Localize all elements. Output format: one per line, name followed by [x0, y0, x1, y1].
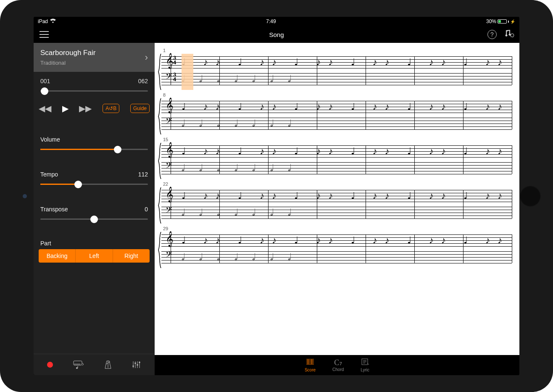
- transpose-section: Transpose 0: [34, 202, 155, 228]
- chord-icon: C₇: [334, 359, 342, 366]
- tempo-label: Tempo: [40, 171, 58, 178]
- tab-lyric-label: Lyric: [361, 368, 369, 372]
- tab-chord-label: Chord: [332, 367, 344, 372]
- app-header: Song ?: [34, 26, 519, 43]
- score-icon: [306, 358, 314, 367]
- lyric-icon: [361, 358, 369, 367]
- measure-number: 15: [163, 137, 512, 142]
- volume-label: Volume: [40, 136, 60, 143]
- song-title: Scarborough Fair: [40, 49, 95, 57]
- position-section: 001 062: [34, 72, 155, 97]
- part-label: Part: [39, 240, 150, 247]
- treble-clef-icon: 𝄞: [166, 98, 174, 112]
- part-segmented: Backing Left Right: [39, 249, 150, 263]
- clock: 7:49: [266, 18, 276, 24]
- sidebar-toolbar: [34, 354, 155, 375]
- notes: ♩ ♪♪ ♩ ♪♪ ♩ ♪♪ ♩ ♪♪ ♩ ♪♪ ♩ ♪♪ ♩: [182, 187, 510, 204]
- bass-staff: 𝄢𝅗𝅥 𝅗𝅥 𝅗𝅥 𝅗𝅥 𝅗𝅥 𝅗𝅥 𝅗𝅥: [161, 249, 512, 266]
- help-button[interactable]: ?: [487, 30, 497, 39]
- song-card[interactable]: Scarborough Fair Traditional ›: [34, 43, 155, 72]
- ab-repeat-button[interactable]: A↺B: [103, 104, 119, 113]
- treble-staff: 𝄞♩ ♪♪ ♩ ♪♪ ♩ ♪♪ ♩ ♪♪ ♩ ♪♪ ♩ ♪♪ ♩: [161, 143, 512, 160]
- wifi-icon: [50, 18, 56, 24]
- settings-button[interactable]: [504, 29, 514, 40]
- tempo-slider[interactable]: [40, 184, 148, 185]
- battery-indicator: 30% ⚡: [486, 18, 515, 24]
- treble-staff: 𝄞♩ ♪♪ ♩ ♪♪ ♩ ♪♪ ♩ ♪♪ ♩ ♪♪ ♩ ♪♪ ♩: [161, 98, 512, 115]
- view-tabs: Score C₇ Chord Lyric: [155, 355, 519, 375]
- rewind-button[interactable]: ◀◀: [39, 103, 51, 113]
- score-view[interactable]: 1𝄞34♩ ♪♪ ♩ ♪♪ ♩ ♪♪ ♩ ♪♪ ♩ ♪♪ ♩ ♪♪ ♩𝄢34𝅗𝅥…: [155, 43, 519, 355]
- tab-lyric[interactable]: Lyric: [361, 358, 369, 372]
- volume-slider[interactable]: [40, 149, 148, 150]
- device-label: iPad: [38, 18, 48, 24]
- svg-point-2: [76, 367, 78, 369]
- brace-icon: [158, 187, 161, 221]
- brace-icon: [158, 98, 161, 132]
- notes: ♩ ♪♪ ♩ ♪♪ ♩ ♪♪ ♩ ♪♪ ♩ ♪♪ ♩ ♪♪ ♩: [182, 54, 510, 71]
- part-right[interactable]: Right: [113, 249, 150, 263]
- bass-staff: 𝄢𝅗𝅥 𝅗𝅥 𝅗𝅥 𝅗𝅥 𝅗𝅥 𝅗𝅥 𝅗𝅥: [161, 160, 512, 176]
- page-title: Song: [269, 31, 284, 38]
- tab-chord[interactable]: C₇ Chord: [332, 359, 344, 372]
- measure-number: 22: [163, 182, 512, 187]
- tempo-value: 112: [138, 171, 148, 178]
- volume-section: Volume: [34, 132, 155, 158]
- treble-clef-icon: 𝄞: [166, 187, 174, 201]
- content: 1𝄞34♩ ♪♪ ♩ ♪♪ ♩ ♪♪ ♩ ♪♪ ♩ ♪♪ ♩ ♪♪ ♩𝄢34𝅗𝅥…: [155, 43, 519, 375]
- battery-pct: 30%: [486, 18, 496, 24]
- staff-system: 1𝄞34♩ ♪♪ ♩ ♪♪ ♩ ♪♪ ♩ ♪♪ ♩ ♪♪ ♩ ♪♪ ♩𝄢34𝅗𝅥…: [158, 48, 512, 87]
- treble-clef-icon: 𝄞: [166, 143, 174, 156]
- brace-icon: [158, 54, 161, 87]
- tab-score[interactable]: Score: [305, 358, 316, 372]
- position-total: 062: [138, 78, 148, 84]
- treble-staff: 𝄞♩ ♪♪ ♩ ♪♪ ♩ ♪♪ ♩ ♪♪ ♩ ♪♪ ♩ ♪♪ ♩: [161, 187, 512, 204]
- record-button[interactable]: [47, 362, 53, 368]
- transpose-label: Transpose: [40, 206, 68, 213]
- mixer-button[interactable]: [132, 360, 141, 369]
- staff-system: 15𝄞♩ ♪♪ ♩ ♪♪ ♩ ♪♪ ♩ ♪♪ ♩ ♪♪ ♩ ♪♪ ♩𝄢𝅗𝅥 𝅗𝅥…: [158, 137, 512, 176]
- position-slider[interactable]: [40, 90, 148, 92]
- treble-clef-icon: 𝄞: [166, 232, 174, 245]
- notes: ♩ ♪♪ ♩ ♪♪ ♩ ♪♪ ♩ ♪♪ ♩ ♪♪ ♩ ♪♪ ♩: [182, 143, 510, 160]
- transpose-value: 0: [145, 206, 148, 213]
- svg-rect-6: [139, 362, 140, 363]
- svg-rect-4: [135, 363, 136, 364]
- charging-icon: ⚡: [510, 19, 515, 24]
- part-left[interactable]: Left: [76, 249, 113, 263]
- part-backing[interactable]: Backing: [39, 249, 76, 263]
- staff-system: 8𝄞♩ ♪♪ ♩ ♪♪ ♩ ♪♪ ♩ ♪♪ ♩ ♪♪ ♩ ♪♪ ♩𝄢𝅗𝅥 𝅗𝅥 …: [158, 92, 512, 132]
- treble-staff: 𝄞34♩ ♪♪ ♩ ♪♪ ♩ ♪♪ ♩ ♪♪ ♩ ♪♪ ♩ ♪♪ ♩: [161, 54, 512, 71]
- screen: iPad 7:49 30% ⚡ Song ?: [34, 17, 519, 375]
- notes: 𝅗𝅥 𝅗𝅥 𝅗𝅥 𝅗𝅥 𝅗𝅥 𝅗𝅥 𝅗𝅥: [182, 115, 510, 132]
- song-subtitle: Traditional: [40, 60, 95, 66]
- svg-rect-5: [137, 364, 138, 366]
- main: Scarborough Fair Traditional › 001 062: [34, 43, 519, 375]
- staff-system: 29𝄞♩ ♪♪ ♩ ♪♪ ♩ ♪♪ ♩ ♪♪ ♩ ♪♪ ♩ ♪♪ ♩𝄢𝅗𝅥 𝅗𝅥…: [158, 226, 512, 266]
- treble-clef-icon: 𝄞: [166, 54, 174, 67]
- menu-button[interactable]: [34, 31, 55, 38]
- guide-button[interactable]: Guide: [130, 104, 150, 113]
- notes: 𝅗𝅥 𝅗𝅥 𝅗𝅥 𝅗𝅥 𝅗𝅥 𝅗𝅥 𝅗𝅥: [182, 249, 510, 266]
- home-button[interactable]: [519, 185, 541, 207]
- chevron-right-icon: ›: [145, 52, 148, 63]
- metronome-button[interactable]: [104, 360, 112, 369]
- instrument-button[interactable]: [73, 360, 84, 369]
- play-button[interactable]: ▶: [62, 103, 68, 113]
- forward-button[interactable]: ▶▶: [79, 103, 92, 113]
- notes: 𝅗𝅥 𝅗𝅥 𝅗𝅥 𝅗𝅥 𝅗𝅥 𝅗𝅥 𝅗𝅥: [182, 204, 510, 221]
- brace-icon: [158, 232, 161, 266]
- svg-rect-3: [133, 366, 134, 367]
- measure-number: 1: [163, 48, 512, 53]
- time-signature: 34: [173, 55, 176, 65]
- notes: ♩ ♪♪ ♩ ♪♪ ♩ ♪♪ ♩ ♪♪ ♩ ♪♪ ♩ ♪♪ ♩: [182, 98, 510, 115]
- measure-number: 29: [163, 226, 512, 231]
- notes: ♩ ♪♪ ♩ ♪♪ ♩ ♪♪ ♩ ♪♪ ♩ ♪♪ ♩ ♪♪ ♩: [182, 232, 510, 249]
- status-bar: iPad 7:49 30% ⚡: [34, 17, 519, 26]
- transpose-slider[interactable]: [40, 218, 148, 220]
- sidebar: Scarborough Fair Traditional › 001 062: [34, 43, 155, 375]
- measure-number: 8: [163, 92, 512, 97]
- notes: 𝅗𝅥 𝅗𝅥 𝅗𝅥 𝅗𝅥 𝅗𝅥 𝅗𝅥 𝅗𝅥: [182, 160, 510, 176]
- staff-system: 22𝄞♩ ♪♪ ♩ ♪♪ ♩ ♪♪ ♩ ♪♪ ♩ ♪♪ ♩ ♪♪ ♩𝄢𝅗𝅥 𝅗𝅥…: [158, 182, 512, 221]
- hamburger-icon: [40, 31, 49, 38]
